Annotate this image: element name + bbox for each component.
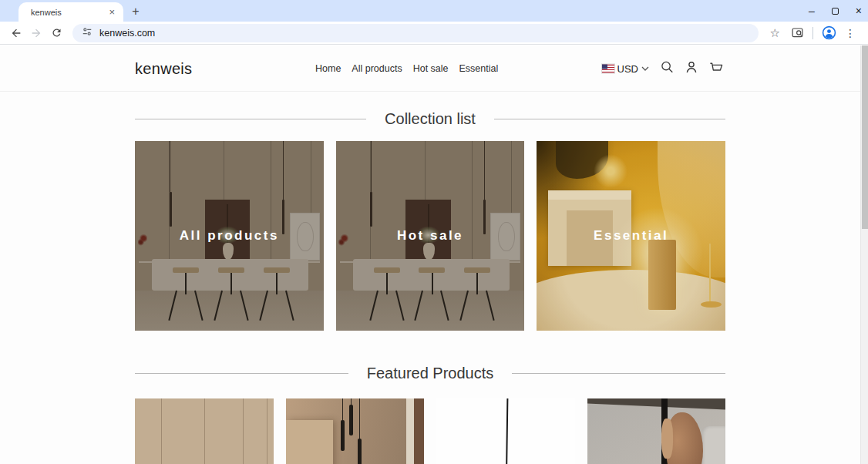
forward-icon [26,23,46,43]
currency-selector[interactable]: USD [602,62,649,74]
collection-grid: All products [135,141,725,331]
restore-icon[interactable] [832,8,839,15]
collections-heading: Collection list [385,110,476,128]
heading-rule-right [494,119,725,119]
us-flag-icon [602,64,614,72]
side-panel-search-icon[interactable] [787,23,807,43]
collection-card-all-products[interactable]: All products [135,141,324,331]
tab-close-icon[interactable]: × [106,6,117,18]
site-logo[interactable]: kenweis [135,59,192,77]
heading-rule-right [512,373,725,374]
browser-tab-kenweis[interactable]: kenweis × [19,2,123,22]
product-image[interactable] [135,398,274,464]
tab-title: kenweis [31,8,106,17]
webpage: kenweis Home All products Hot sale Essen… [0,45,860,464]
currency-code[interactable]: USD [617,62,638,74]
heading-rule-left [135,119,366,119]
site-header: kenweis Home All products Hot sale Essen… [0,45,860,92]
window-close-icon[interactable]: × [856,5,862,16]
collection-card-essential[interactable]: Essential [537,141,725,331]
minimize-icon[interactable]: – [809,5,815,16]
back-icon[interactable] [6,23,26,43]
chevron-down-icon [641,66,649,71]
browser-menu-icon[interactable]: ⋮ [839,27,862,39]
new-tab-button[interactable]: + [128,4,143,19]
heading-rule-left [135,373,348,374]
collection-card-hot-sale[interactable]: Hot sale [336,141,525,331]
collection-card-label: Essential [537,228,725,244]
header-actions: USD [602,60,723,76]
browser-window: kenweis × + – × kenweis.com [0,0,868,464]
collections-section-head: Collection list [135,110,725,128]
featured-products-grid [135,398,725,464]
featured-heading: Featured Products [367,365,494,382]
search-icon[interactable] [661,60,674,76]
bookmark-star-icon[interactable]: ☆ [763,26,787,40]
collection-card-label: All products [135,228,324,244]
profile-avatar-icon[interactable] [819,23,839,43]
collection-card-label: Hot sale [336,228,525,244]
main-nav: Home All products Hot sale Essential [315,63,498,74]
nav-item-all-products[interactable]: All products [352,63,402,74]
product-image[interactable] [436,398,575,464]
nav-item-essential[interactable]: Essential [459,63,499,74]
window-controls: – × [809,0,862,22]
account-icon[interactable] [685,60,698,76]
url-text[interactable]: kenweis.com [99,28,155,39]
refresh-icon[interactable] [46,23,66,43]
browser-toolbar: kenweis.com ☆ ⋮ [0,22,868,45]
scrollbar-thumb[interactable] [862,45,868,229]
address-bar[interactable]: kenweis.com [72,24,759,42]
tab-strip: kenweis × + – × [0,0,868,22]
toolbar-right: ☆ ⋮ [763,23,862,43]
page-scrollbar[interactable] [860,45,868,464]
nav-item-hot-sale[interactable]: Hot sale [413,63,449,74]
product-image[interactable] [286,398,425,464]
product-image[interactable] [587,398,726,464]
featured-section-head: Featured Products [135,365,725,382]
site-settings-icon[interactable] [82,26,93,40]
toolbar-divider [812,27,813,39]
nav-item-home[interactable]: Home [315,63,341,74]
cart-icon[interactable] [709,60,723,76]
